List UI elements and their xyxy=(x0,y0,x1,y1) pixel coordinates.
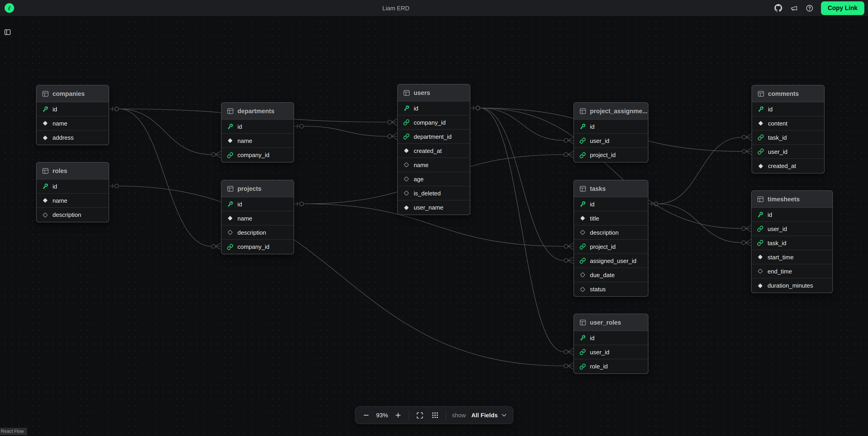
field-row-roles-id[interactable]: id xyxy=(36,180,109,194)
field-row-user_roles-id[interactable]: id xyxy=(574,331,648,345)
field-name: created_at xyxy=(768,162,796,169)
table-header-comments[interactable]: comments xyxy=(752,85,824,102)
field-row-companies-name[interactable]: name xyxy=(36,117,109,131)
announcements-megaphone-icon[interactable] xyxy=(790,4,798,12)
primary-key-icon xyxy=(227,123,233,130)
field-row-tasks-title[interactable]: title xyxy=(574,211,648,225)
field-row-users-created_at[interactable]: created_at xyxy=(398,144,470,158)
field-name: role_id xyxy=(590,363,608,370)
field-row-departments-name[interactable]: name xyxy=(221,134,293,148)
table-header-departments[interactable]: departments xyxy=(221,103,293,120)
zoom-in-button[interactable] xyxy=(394,410,403,421)
field-row-companies-address[interactable]: address xyxy=(36,131,109,145)
field-row-tasks-id[interactable]: id xyxy=(574,197,648,211)
field-row-users-id[interactable]: id xyxy=(398,101,470,116)
tidy-up-grid-icon[interactable] xyxy=(431,410,440,421)
erd-edge-companies.id--projects.company_id[interactable] xyxy=(109,107,221,250)
field-row-users-name[interactable]: name xyxy=(398,158,470,172)
fit-view-button[interactable] xyxy=(415,410,424,421)
liam-logo-icon[interactable]: ℓ xyxy=(5,3,14,13)
field-row-comments-content[interactable]: content xyxy=(752,117,824,131)
field-row-timesheets-id[interactable]: id xyxy=(751,208,832,222)
field-row-projects-name[interactable]: name xyxy=(221,211,293,225)
not-null-diamond-icon xyxy=(403,204,410,211)
field-row-companies-id[interactable]: id xyxy=(36,102,109,117)
copy-link-button[interactable]: Copy Link xyxy=(821,1,864,15)
field-name: id xyxy=(590,201,594,208)
table-tasks[interactable]: tasksidtitledescriptionproject_idassigne… xyxy=(574,180,648,297)
zoom-out-button[interactable] xyxy=(362,410,371,421)
erd-edge-users.id--user_roles.user_id[interactable] xyxy=(470,106,574,355)
field-name: is_deleted xyxy=(414,190,441,196)
table-user_roles[interactable]: user_rolesiduser_idrole_id xyxy=(574,314,648,374)
field-row-tasks-status[interactable]: status xyxy=(574,282,648,296)
field-row-project_assignments-project_id[interactable]: project_id xyxy=(574,148,648,162)
erd-canvas[interactable]: companiesidnameaddressrolesidnamedescrip… xyxy=(0,16,868,436)
field-row-users-department_id[interactable]: department_id xyxy=(398,130,470,144)
field-row-user_roles-user_id[interactable]: user_id xyxy=(574,345,648,359)
field-row-departments-company_id[interactable]: company_id xyxy=(221,148,293,162)
field-row-tasks-project_id[interactable]: project_id xyxy=(574,240,648,254)
table-name: users xyxy=(414,89,430,96)
table-comments[interactable]: commentsidcontenttask_iduser_idcreated_a… xyxy=(751,85,825,174)
table-header-roles[interactable]: roles xyxy=(36,162,109,180)
table-header-timesheets[interactable]: timesheets xyxy=(751,191,832,208)
field-row-users-user_name[interactable]: user_name xyxy=(398,200,470,215)
field-row-tasks-assigned_user_id[interactable]: assigned_user_id xyxy=(574,254,648,268)
field-row-timesheets-task_id[interactable]: task_id xyxy=(751,236,832,250)
table-timesheets[interactable]: timesheetsiduser_idtask_idstart_timeend_… xyxy=(751,190,833,293)
erd-edge-companies.id--departments.company_id[interactable] xyxy=(109,107,221,158)
field-row-users-age[interactable]: age xyxy=(398,172,470,186)
field-row-user_roles-role_id[interactable]: role_id xyxy=(574,359,648,373)
table-companies[interactable]: companiesidnameaddress xyxy=(36,85,109,145)
field-row-timesheets-user_id[interactable]: user_id xyxy=(751,222,832,236)
field-row-tasks-due_date[interactable]: due_date xyxy=(574,268,648,282)
primary-key-icon xyxy=(42,183,49,189)
field-row-projects-id[interactable]: id xyxy=(221,197,293,211)
table-project_assignments[interactable]: project_assignme...iduser_idproject_id xyxy=(574,102,648,162)
erd-edge-tasks.id--timesheets.task_id[interactable] xyxy=(648,202,751,246)
field-row-projects-description[interactable]: description xyxy=(221,225,293,240)
sidebar-toggle-icon[interactable] xyxy=(4,29,11,37)
field-row-comments-id[interactable]: id xyxy=(752,102,824,117)
reactflow-attribution[interactable]: React Flow xyxy=(0,428,27,435)
field-name: task_id xyxy=(768,134,787,141)
foreign-key-icon xyxy=(757,148,764,155)
table-projects[interactable]: projectsidnamedescriptioncompany_id xyxy=(221,180,294,254)
field-row-roles-description[interactable]: description xyxy=(36,208,109,222)
field-name: address xyxy=(53,134,74,141)
field-row-comments-task_id[interactable]: task_id xyxy=(752,131,824,145)
table-header-user_roles[interactable]: user_roles xyxy=(574,314,648,331)
erd-edge-departments.id--users.department_id[interactable] xyxy=(294,124,397,140)
field-row-tasks-description[interactable]: description xyxy=(574,225,648,240)
field-name: description xyxy=(590,229,619,236)
field-row-projects-company_id[interactable]: company_id xyxy=(221,240,293,254)
field-row-users-is_deleted[interactable]: is_deleted xyxy=(398,186,470,200)
field-row-timesheets-end_time[interactable]: end_time xyxy=(751,264,832,279)
field-row-users-company_id[interactable]: company_id xyxy=(398,116,470,130)
field-row-comments-created_at[interactable]: created_at xyxy=(752,159,824,173)
table-roles[interactable]: rolesidnamedescription xyxy=(36,162,109,222)
erd-edge-roles.id--user_roles.role_id[interactable] xyxy=(109,184,574,369)
field-row-project_assignments-user_id[interactable]: user_id xyxy=(574,134,648,148)
not-null-diamond-icon xyxy=(757,282,764,289)
table-users[interactable]: usersidcompany_iddepartment_idcreated_at… xyxy=(397,84,470,215)
field-row-comments-user_id[interactable]: user_id xyxy=(752,145,824,159)
table-header-tasks[interactable]: tasks xyxy=(574,180,648,197)
foreign-key-icon xyxy=(580,257,586,264)
help-icon[interactable] xyxy=(805,4,813,12)
erd-edge-users.id--tasks.assigned_user_id[interactable] xyxy=(470,106,574,264)
erd-edge-users.id--project_assignments.user_id[interactable] xyxy=(470,106,574,144)
field-row-project_assignments-id[interactable]: id xyxy=(574,120,648,134)
field-row-timesheets-start_time[interactable]: start_time xyxy=(751,250,832,264)
field-row-timesheets-duration_minutes[interactable]: duration_minutes xyxy=(751,279,832,293)
table-header-projects[interactable]: projects xyxy=(221,180,293,197)
fields-filter-dropdown[interactable]: All Fields xyxy=(471,412,506,419)
field-row-roles-name[interactable]: name xyxy=(36,194,109,208)
github-icon[interactable] xyxy=(774,4,782,12)
field-row-departments-id[interactable]: id xyxy=(221,120,293,134)
table-header-project_assignments[interactable]: project_assignme... xyxy=(574,103,648,120)
table-header-users[interactable]: users xyxy=(398,85,470,101)
table-header-companies[interactable]: companies xyxy=(36,85,109,102)
table-departments[interactable]: departmentsidnamecompany_id xyxy=(221,102,294,162)
